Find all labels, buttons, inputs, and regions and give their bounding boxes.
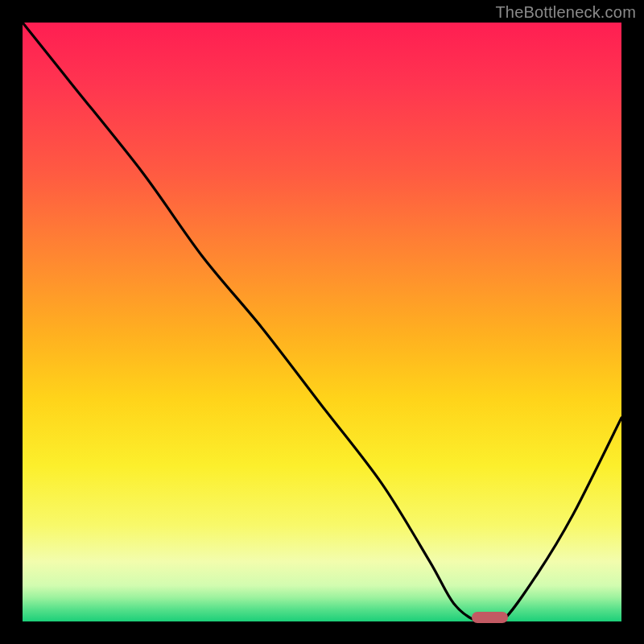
optimum-marker: [472, 612, 508, 623]
curve-path: [23, 23, 621, 621]
bottleneck-curve: [23, 23, 621, 621]
chart-frame: TheBottleneck.com: [0, 0, 644, 644]
plot-area: [23, 23, 621, 621]
watermark-text: TheBottleneck.com: [495, 3, 636, 22]
